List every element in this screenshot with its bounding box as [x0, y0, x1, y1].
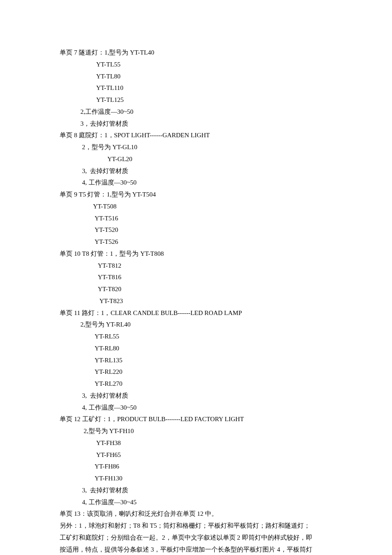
text-line: 单页 13：该页取消，喇叭灯和泛光灯合并在单页 12 中。 — [60, 508, 332, 520]
text-line: 单页 12 工矿灯：1，PRODUCT BULB-------LED FACTO… — [60, 413, 332, 425]
text-line: YT-FH130 — [60, 473, 332, 485]
text-line: YT-RL220 — [60, 366, 332, 378]
document-body: 单页 7 隧道灯：1,型号为 YT-TL40 YT-TL55 YT-TL80 Y… — [60, 47, 332, 555]
text-line: 4, 工作温度—30~50 — [60, 402, 332, 414]
text-line: YT-FH38 — [60, 437, 332, 449]
text-line: 单页 11 路灯：1，CLEAR CANDLE BULB------LED RO… — [60, 307, 332, 319]
text-line: 2，型号为 YT-GL10 — [60, 142, 332, 153]
text-line: 3，去掉灯管材质 — [60, 118, 332, 130]
text-line: 3, 去掉灯管材质 — [60, 165, 332, 177]
text-line: YT-TL55 — [60, 59, 332, 71]
text-line: 3, 去掉灯管材质 — [60, 485, 332, 497]
text-line: 2,型号为 YT-FH10 — [60, 425, 332, 437]
text-line: 4, 工作温度—30~45 — [60, 497, 332, 509]
text-line: YT-T508 — [60, 201, 332, 213]
text-line: YT-FH86 — [60, 461, 332, 473]
text-line: 2,型号为 YT-RL40 — [60, 319, 332, 331]
text-line: YT-GL20 — [60, 153, 332, 165]
text-line: 按适用，特点，提供等分条叙述 3，平板灯中应增加一个长条型的平板灯图片 4，平板… — [60, 544, 332, 555]
text-line: YT-T823 — [60, 295, 332, 307]
text-line: 4, 工作温度—30~50 — [60, 177, 332, 189]
text-line: 单页 8 庭院灯：1，SPOT LIGHT------GARDEN LIGHT — [60, 130, 332, 142]
text-line: 工矿灯和庭院灯；分别组合在一起。2，单页中文字叙述以单页 2 即筒灯中的样式较好… — [60, 532, 332, 544]
text-line: YT-FH65 — [60, 449, 332, 461]
text-line: YT-T526 — [60, 236, 332, 248]
text-line: YT-RL55 — [60, 331, 332, 343]
text-line: YT-T520 — [60, 224, 332, 236]
text-line: 单页 7 隧道灯：1,型号为 YT-TL40 — [60, 47, 332, 59]
text-line: 单页 10 T8 灯管：1，型号为 YT-T808 — [60, 248, 332, 260]
text-line: YT-T816 — [60, 272, 332, 283]
text-line: YT-T820 — [60, 283, 332, 295]
text-line: YT-T516 — [60, 213, 332, 225]
text-line: YT-TL110 — [60, 82, 332, 94]
text-line: YT-RL80 — [60, 343, 332, 355]
text-line: 单页 9 T5 灯管：1,型号为 YT-T504 — [60, 189, 332, 201]
text-line: 另外：1，球泡灯和射灯；T8 和 T5；筒灯和格栅灯；平板灯和平板筒灯；路灯和隧… — [60, 520, 332, 532]
text-line: YT-TL125 — [60, 94, 332, 106]
text-line: YT-TL80 — [60, 71, 332, 83]
text-line: YT-T812 — [60, 260, 332, 272]
text-line: YT-RL135 — [60, 355, 332, 367]
text-line: 2,工作温度—30~50 — [60, 106, 332, 118]
text-line: 3, 去掉灯管材质 — [60, 390, 332, 402]
text-line: YT-RL270 — [60, 378, 332, 390]
